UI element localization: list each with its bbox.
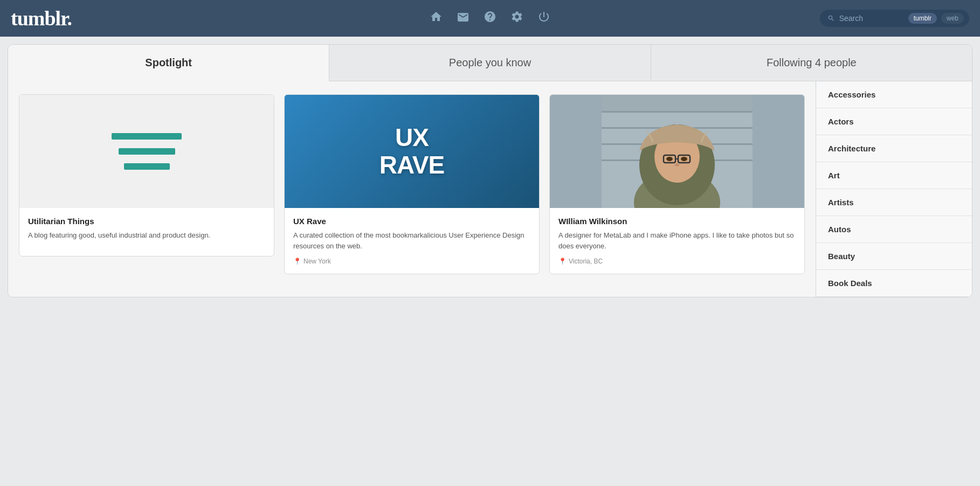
sidebar-item-actors[interactable]: Actors xyxy=(816,108,972,135)
svg-rect-1 xyxy=(602,95,753,111)
card-ux-rave: UXRAVE UX Rave A curated collection of t… xyxy=(284,94,540,274)
ux-rave-bg: UXRAVE xyxy=(285,95,539,208)
tab-spotlight[interactable]: Spotlight xyxy=(8,45,329,81)
svg-point-14 xyxy=(675,163,679,166)
mail-icon[interactable] xyxy=(457,11,470,26)
search-toggle-tumblr[interactable]: tumblr xyxy=(908,13,937,24)
card-location-uxrave: 📍 New York xyxy=(293,258,530,265)
sidebar-item-autos[interactable]: Autos xyxy=(816,216,972,243)
card-utilitarian-things: Utilitarian Things A blog featuring good… xyxy=(19,94,274,256)
sidebar-item-artists[interactable]: Artists xyxy=(816,189,972,216)
location-pin-uxrave: 📍 xyxy=(293,258,301,265)
card-location-william: 📍 Victoria, BC xyxy=(558,258,796,265)
nav-icons xyxy=(430,10,550,26)
svg-point-12 xyxy=(666,157,673,161)
sidebar: Accessories Actors Architecture Art Arti… xyxy=(816,81,972,297)
card-title-utilitarian: Utilitarian Things xyxy=(28,217,265,226)
svg-rect-2 xyxy=(602,111,753,113)
tab-people-you-know[interactable]: People you know xyxy=(329,45,651,81)
card-body-uxrave: UX Rave A curated collection of the most… xyxy=(285,208,539,274)
card-body-utilitarian: Utilitarian Things A blog featuring good… xyxy=(19,208,274,256)
tabs: Spotlight People you know Following 4 pe… xyxy=(8,45,972,81)
search-input[interactable] xyxy=(839,14,904,23)
tumblr-logo: tumblr. xyxy=(11,6,72,30)
card-william-wilkinson: WIlliam Wilkinson A designer for MetaLab… xyxy=(549,94,805,274)
sidebar-item-architecture[interactable]: Architecture xyxy=(816,135,972,162)
settings-icon[interactable] xyxy=(510,10,523,26)
card-desc-william: A designer for MetaLab and I make iPhone… xyxy=(558,230,796,251)
sidebar-item-book-deals[interactable]: Book Deals xyxy=(816,270,972,297)
cards-area: Utilitarian Things A blog featuring good… xyxy=(8,81,816,297)
card-title-uxrave: UX Rave xyxy=(293,217,530,226)
location-pin-william: 📍 xyxy=(558,258,567,265)
card-desc-uxrave: A curated collection of the most bookmar… xyxy=(293,230,530,251)
ux-rave-text: UXRAVE xyxy=(379,124,444,178)
card-image-utilitarian xyxy=(19,95,274,208)
card-desc-utilitarian: A blog featuring good, useful industrial… xyxy=(28,230,265,241)
hamburger-icon xyxy=(112,133,182,170)
header: tumblr. xyxy=(0,0,980,37)
sidebar-item-beauty[interactable]: Beauty xyxy=(816,243,972,270)
card-title-william: WIlliam Wilkinson xyxy=(558,217,796,226)
tab-following[interactable]: Following 4 people xyxy=(651,45,972,81)
power-icon[interactable] xyxy=(537,10,550,26)
svg-point-13 xyxy=(681,157,687,161)
hbar-1 xyxy=(112,133,182,140)
card-image-william xyxy=(550,95,804,208)
card-body-william: WIlliam Wilkinson A designer for MetaLab… xyxy=(550,208,804,274)
sidebar-item-art[interactable]: Art xyxy=(816,162,972,189)
help-icon[interactable] xyxy=(484,10,496,26)
card-image-uxrave: UXRAVE xyxy=(285,95,539,208)
person-photo-svg xyxy=(550,95,804,208)
main-container: Spotlight People you know Following 4 pe… xyxy=(8,44,972,297)
hbar-2 xyxy=(119,148,175,155)
content-area: Utilitarian Things A blog featuring good… xyxy=(8,81,972,297)
sidebar-item-accessories[interactable]: Accessories xyxy=(816,81,972,108)
search-icon xyxy=(827,15,835,22)
hbar-3 xyxy=(124,163,170,170)
search-toggle-web[interactable]: web xyxy=(941,13,964,24)
home-icon[interactable] xyxy=(430,10,443,26)
